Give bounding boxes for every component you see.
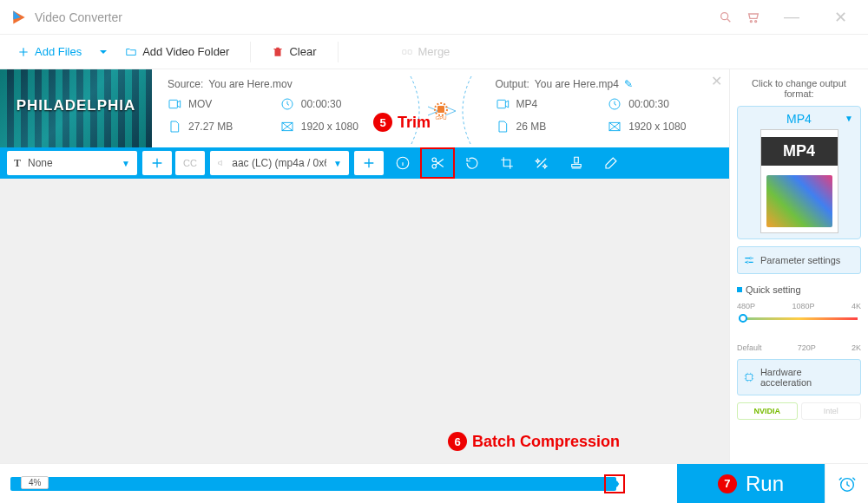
out-resolution: 1920 x 1080 xyxy=(608,120,720,134)
out-format: MP4 xyxy=(496,97,608,111)
tick-default: Default xyxy=(737,343,762,352)
search-icon[interactable] xyxy=(719,10,733,24)
speaker-icon xyxy=(217,157,225,169)
svg-text:GPU: GPU xyxy=(435,115,446,121)
svg-rect-5 xyxy=(169,100,177,108)
tick-480p: 480P xyxy=(737,302,755,310)
folder-icon xyxy=(125,46,137,58)
output-column: Output: You are Here.mp4 ✎ MP4 00:00:30 … xyxy=(480,75,730,147)
remove-file-button[interactable]: ✕ xyxy=(711,73,722,89)
resolution-icon xyxy=(608,120,621,134)
intel-option[interactable]: Intel xyxy=(801,402,862,420)
annotation-batch-label: Batch Compression xyxy=(472,433,620,451)
compress-icon xyxy=(608,478,621,490)
watermark-tool[interactable] xyxy=(559,147,594,179)
annotation-trim: 5 Trim xyxy=(373,113,431,132)
add-folder-label: Add Video Folder xyxy=(142,45,229,58)
output-format-selector[interactable]: ▼ MP4 xyxy=(737,106,861,239)
progress-percent: 4% xyxy=(21,476,49,489)
add-folder-button[interactable]: Add Video Folder xyxy=(115,42,240,62)
titlebar: Video Converter — ✕ xyxy=(0,0,868,35)
trim-tool[interactable] xyxy=(420,147,455,179)
crop-tool[interactable] xyxy=(490,147,524,179)
info-tool[interactable] xyxy=(385,147,420,179)
effects-tool[interactable] xyxy=(524,147,559,179)
info-icon xyxy=(395,155,411,171)
run-label: Run xyxy=(746,472,784,496)
chip-icon xyxy=(743,371,755,383)
output-label: Output: xyxy=(496,78,529,90)
out-duration: 00:00:30 xyxy=(608,97,720,111)
svg-point-2 xyxy=(755,20,757,22)
edit-icon xyxy=(603,155,619,171)
video-icon xyxy=(168,97,181,111)
out-size: 26 MB xyxy=(496,120,608,134)
trash-icon xyxy=(272,46,284,58)
cc-button[interactable]: CC xyxy=(175,151,205,175)
main-area: PHILADELPHIA Source: You are Here.mov MO… xyxy=(0,69,868,463)
svg-rect-9 xyxy=(437,106,444,113)
video-icon xyxy=(496,97,510,111)
svg-point-0 xyxy=(721,12,728,19)
hardware-accel-button[interactable]: Hardware acceleration xyxy=(737,359,861,395)
annotation-num-5: 5 xyxy=(373,113,392,132)
batch-compress-button[interactable] xyxy=(604,474,625,493)
source-column: Source: You are Here.mov MOV 00:00:30 27… xyxy=(152,75,402,147)
annotation-batch: 6 Batch Compression xyxy=(448,432,620,451)
file-meta: Source: You are Here.mov MOV 00:00:30 27… xyxy=(152,69,729,147)
nvidia-option[interactable]: NVIDIA xyxy=(737,402,798,420)
conversion-arrow: GPU xyxy=(402,75,480,147)
rotate-tool[interactable] xyxy=(455,147,490,179)
file-icon xyxy=(496,120,510,134)
quality-slider[interactable]: 480P 1080P 4K xyxy=(737,302,861,336)
subtitle-select[interactable]: T None ▼ xyxy=(7,151,137,175)
crop-icon xyxy=(499,155,515,171)
add-audio-button[interactable] xyxy=(354,151,384,175)
merge-button: Merge xyxy=(391,42,461,62)
audio-value: aac (LC) (mp4a / 0x6134706D) xyxy=(232,157,326,169)
add-files-label: Add Files xyxy=(35,45,82,58)
add-files-button[interactable]: Add Files xyxy=(7,42,92,62)
resolution-icon xyxy=(280,120,294,134)
src-size: 27.27 MB xyxy=(168,120,280,134)
output-format-label: Click to change output format: xyxy=(737,78,861,99)
parameter-settings-button[interactable]: Parameter settings xyxy=(737,246,861,274)
clear-button[interactable]: Clear xyxy=(261,42,326,62)
caret-down-icon: ▼ xyxy=(122,159,130,168)
src-format: MOV xyxy=(168,97,280,111)
bottom-bar: 4% 7 Run xyxy=(0,463,868,503)
run-button[interactable]: 7 Run xyxy=(677,464,825,504)
tick-2k: 2K xyxy=(852,343,861,352)
edit-output-name-button[interactable]: ✎ xyxy=(624,78,633,90)
close-button[interactable]: ✕ xyxy=(823,8,858,27)
merge-label: Merge xyxy=(418,45,450,58)
hw-accel-label: Hardware acceleration xyxy=(760,367,855,388)
annotation-trim-label: Trim xyxy=(398,114,431,132)
schedule-button[interactable] xyxy=(825,464,868,504)
file-row: PHILADELPHIA Source: You are Here.mov MO… xyxy=(0,69,729,147)
output-format-name: MP4 xyxy=(786,112,812,126)
minimize-button[interactable]: — xyxy=(774,8,809,26)
subtitle-edit-tool[interactable] xyxy=(594,147,628,179)
video-thumbnail[interactable]: PHILADELPHIA xyxy=(0,69,152,147)
quick-setting-label: Quick setting xyxy=(737,284,861,295)
audio-select[interactable]: aac (LC) (mp4a / 0x6134706D) ▼ xyxy=(210,151,349,175)
app-title: Video Converter xyxy=(35,10,719,24)
plus-icon xyxy=(150,156,164,170)
svg-rect-4 xyxy=(408,49,411,54)
svg-point-1 xyxy=(750,20,752,22)
add-files-caret-icon[interactable] xyxy=(99,48,108,56)
left-panel: PHILADELPHIA Source: You are Here.mov MO… xyxy=(0,69,729,463)
src-duration: 00:00:30 xyxy=(280,97,393,111)
separator xyxy=(338,42,339,62)
param-settings-label: Parameter settings xyxy=(760,255,840,265)
magic-icon xyxy=(534,155,549,171)
svg-rect-19 xyxy=(746,375,752,381)
cart-icon[interactable] xyxy=(746,10,760,24)
add-subtitle-button[interactable] xyxy=(142,151,172,175)
slider-handle[interactable] xyxy=(739,314,747,323)
annotation-num-7: 7 xyxy=(718,474,737,493)
thumb-title: PHILADELPHIA xyxy=(0,97,152,114)
clock-icon xyxy=(280,97,294,111)
rotate-icon xyxy=(464,155,480,171)
